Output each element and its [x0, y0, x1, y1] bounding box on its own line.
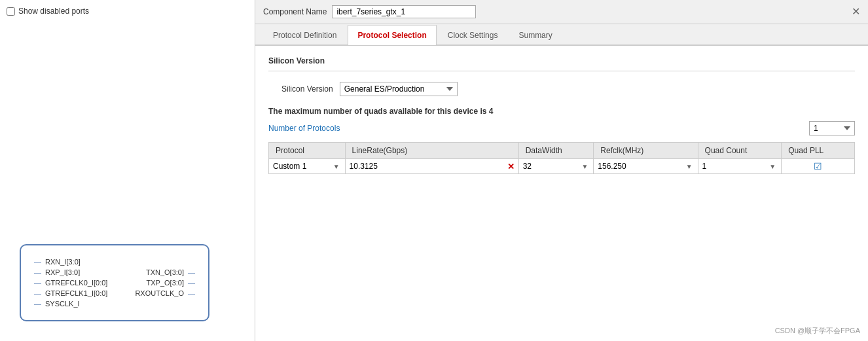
show-disabled-ports-row: Show disabled ports: [7, 7, 248, 16]
watermark: CSDN @顺子学不会FPGA: [775, 326, 860, 336]
silicon-version-section-title: Silicon Version: [268, 56, 855, 65]
datawidth-cell: 32 ▼: [518, 159, 594, 174]
port-row-2: GTREFCLK0_I[0:0] TXP_O[3:0]: [34, 279, 195, 287]
component-name-input[interactable]: [332, 5, 476, 18]
port-line-right-2: [187, 279, 195, 287]
refclk-input[interactable]: [598, 162, 650, 171]
linerate-clear-button[interactable]: ✕: [507, 162, 515, 171]
col-header-datawidth: DataWidth: [518, 143, 594, 159]
component-name-label: Component Name: [263, 7, 327, 16]
port-line-left-1: [34, 268, 43, 276]
silicon-version-select[interactable]: General ES/Production Production: [340, 82, 458, 96]
datawidth-dropdown-cell: 32 ▼: [523, 162, 590, 171]
port-row-3: GTREFCLK1_I[0:0] RXOUTCLK_O: [34, 289, 195, 297]
port-right-2: TXP_O[3:0]: [147, 279, 195, 287]
max-quads-text: The maximum number of quads available fo…: [268, 107, 855, 116]
linerate-cell: ✕: [345, 159, 518, 174]
port-left-1: RXP_I[3:0]: [34, 268, 80, 276]
port-label-gtrefclk0: GTREFCLK0_I[0:0]: [45, 279, 107, 287]
component-diagram: RXN_I[3:0] RXP_I[3:0] TXN_O[3:0] GTREFCL…: [20, 244, 209, 321]
port-line-right-3: [187, 289, 195, 297]
port-label-txn: TXN_O[3:0]: [146, 268, 184, 276]
close-button[interactable]: ✕: [852, 7, 860, 17]
quadcount-value: 1: [702, 162, 707, 171]
port-left-3: GTREFCLK1_I[0:0]: [34, 289, 107, 297]
datawidth-dropdown-arrow[interactable]: ▼: [580, 163, 589, 170]
tab-summary[interactable]: Summary: [509, 25, 562, 45]
port-label-sysclk: SYSCLK_I: [45, 300, 80, 308]
tab-clock-settings[interactable]: Clock Settings: [438, 25, 508, 45]
datawidth-value: 32: [523, 162, 532, 171]
col-header-refclk: Refclk(MHz): [594, 143, 698, 159]
protocol-cell: Custom 1 ▼: [269, 159, 346, 174]
port-row-0: RXN_I[3:0]: [34, 258, 195, 266]
protocols-row: Number of Protocols 1 2 3 4: [268, 121, 855, 135]
protocol-table: Protocol LineRate(Gbps) DataWidth Refclk…: [268, 142, 855, 174]
port-left-0: RXN_I[3:0]: [34, 258, 81, 266]
port-right-1: TXN_O[3:0]: [146, 268, 195, 276]
protocol-value: Custom 1: [273, 162, 306, 171]
table-header-row: Protocol LineRate(Gbps) DataWidth Refclk…: [269, 143, 855, 159]
port-label-rxoutclk: RXOUTCLK_O: [135, 289, 184, 297]
protocol-dropdown-arrow[interactable]: ▼: [332, 163, 341, 170]
section-divider: [268, 71, 855, 71]
tab-protocol-definition[interactable]: Protocol Definition: [263, 25, 346, 45]
left-panel: Show disabled ports RXN_I[3:0] RXP_I[3:0…: [0, 0, 255, 341]
quadpll-checkbox-icon[interactable]: ☑: [814, 161, 822, 171]
content-area: Silicon Version Silicon Version General …: [255, 46, 868, 341]
tab-protocol-selection[interactable]: Protocol Selection: [348, 25, 436, 45]
port-line-left-2: [34, 279, 43, 287]
linerate-cell-inner: ✕: [350, 162, 515, 171]
quadpll-cell: ☑: [782, 159, 855, 174]
show-disabled-ports-checkbox[interactable]: [7, 7, 15, 16]
col-header-protocol: Protocol: [269, 143, 346, 159]
col-header-quadcount: Quad Count: [698, 143, 782, 159]
quadcount-dropdown-arrow[interactable]: ▼: [768, 163, 777, 170]
quadcount-cell: 1 ▼: [698, 159, 782, 174]
refclk-cell: ▼: [594, 159, 698, 174]
show-disabled-ports-label: Show disabled ports: [18, 7, 89, 16]
port-label-txp: TXP_O[3:0]: [147, 279, 184, 287]
port-line-left-4: [34, 300, 43, 308]
port-label-rxp: RXP_I[3:0]: [45, 268, 80, 276]
protocol-dropdown-cell: Custom 1 ▼: [273, 162, 341, 171]
header-bar: Component Name ✕: [255, 0, 868, 24]
port-label-gtrefclk1: GTREFCLK1_I[0:0]: [45, 289, 107, 297]
quadcount-dropdown-cell: 1 ▼: [702, 162, 778, 171]
table-row: Custom 1 ▼ ✕ 32: [269, 159, 855, 174]
right-panel: Component Name ✕ Protocol Definition Pro…: [255, 0, 868, 341]
number-of-protocols-select[interactable]: 1 2 3 4: [809, 121, 855, 135]
linerate-input[interactable]: [350, 162, 505, 171]
port-line-right-1: [187, 268, 195, 276]
refclk-dropdown-arrow[interactable]: ▼: [685, 163, 694, 170]
tabs-bar: Protocol Definition Protocol Selection C…: [255, 24, 868, 46]
port-left-4: SYSCLK_I: [34, 300, 80, 308]
port-row-1: RXP_I[3:0] TXN_O[3:0]: [34, 268, 195, 276]
port-line-left-3: [34, 289, 43, 297]
port-line-left-0: [34, 258, 43, 266]
col-header-linerate: LineRate(Gbps): [345, 143, 518, 159]
col-header-quadpll: Quad PLL: [782, 143, 855, 159]
port-left-2: GTREFCLK0_I[0:0]: [34, 279, 107, 287]
port-label-rxn: RXN_I[3:0]: [45, 258, 81, 266]
port-row-4: SYSCLK_I: [34, 300, 195, 308]
silicon-version-row: Silicon Version General ES/Production Pr…: [281, 82, 855, 96]
refclk-dropdown-cell: ▼: [598, 162, 693, 171]
silicon-version-label: Silicon Version: [281, 84, 333, 94]
number-of-protocols-label: Number of Protocols: [268, 124, 340, 133]
port-right-3: RXOUTCLK_O: [135, 289, 195, 297]
